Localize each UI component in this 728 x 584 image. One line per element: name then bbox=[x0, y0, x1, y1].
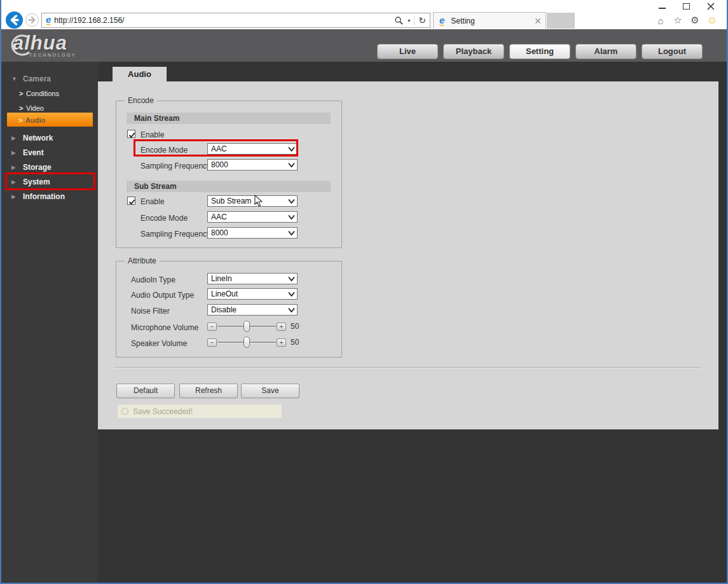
close-icon bbox=[706, 3, 715, 11]
check-icon bbox=[128, 131, 136, 139]
caret-right-icon: ▶ bbox=[11, 146, 19, 160]
nav-live-button[interactable]: Live bbox=[377, 44, 438, 59]
sidebar-item-conditions[interactable]: >Conditions bbox=[1, 85, 98, 100]
window-controls bbox=[658, 3, 715, 10]
sidebar-item-system[interactable]: ▶System bbox=[1, 174, 98, 188]
main-encode-mode-select[interactable]: AAC bbox=[207, 143, 298, 155]
main-enable-checkbox[interactable] bbox=[127, 130, 135, 138]
smiley-feedback-icon[interactable]: ☺ bbox=[706, 15, 718, 26]
main-stream-header: Main Stream bbox=[127, 113, 331, 124]
favorites-star-icon[interactable]: ☆ bbox=[672, 15, 683, 26]
mouse-cursor bbox=[254, 195, 264, 207]
audio-settings-panel: Encode Main Stream Enable Encode Mode AA… bbox=[98, 81, 718, 429]
tab-close-icon[interactable] bbox=[535, 18, 541, 24]
sidebar-item-camera[interactable]: ▼Camera bbox=[1, 71, 98, 85]
minimize-button[interactable] bbox=[658, 3, 667, 10]
plus-button[interactable]: + bbox=[277, 338, 286, 347]
ie-page-icon: e bbox=[46, 15, 51, 25]
save-succeeded-toast: Save Succeeded! bbox=[118, 405, 282, 418]
refresh-button[interactable]: Refresh bbox=[179, 384, 238, 398]
search-dropdown-icon[interactable]: ▾ bbox=[408, 18, 410, 24]
back-button[interactable] bbox=[6, 11, 23, 29]
search-icon[interactable] bbox=[394, 16, 404, 25]
sub-enable-label: Enable bbox=[141, 196, 164, 207]
main-nav: Live Playback Setting Alarm Logout bbox=[377, 44, 703, 59]
slider-thumb[interactable] bbox=[244, 321, 250, 332]
new-tab-button[interactable] bbox=[547, 13, 575, 29]
browser-window: e http://192.168.2.156/ ▾ ↻ e Setting ⌂ … bbox=[0, 0, 728, 584]
microphone-volume-value: 50 bbox=[291, 321, 299, 332]
settings-sidebar: ▼Camera >Conditions >Video >Audio ▶Netwo… bbox=[1, 62, 98, 583]
minus-button[interactable]: − bbox=[207, 323, 217, 331]
caret-right-icon: ▶ bbox=[11, 190, 19, 204]
chevron-down-icon bbox=[287, 198, 296, 205]
plus-button[interactable]: + bbox=[277, 323, 286, 331]
address-bar[interactable]: e http://192.168.2.156/ ▾ ↻ bbox=[41, 13, 430, 28]
chevron-right-icon: > bbox=[19, 87, 26, 101]
slider-thumb[interactable] bbox=[244, 337, 250, 348]
chevron-down-icon bbox=[287, 214, 296, 221]
forward-arrow-icon bbox=[26, 14, 38, 26]
sub-encode-mode-label: Encode Mode bbox=[141, 212, 188, 224]
sidebar-item-network[interactable]: ▶Network bbox=[1, 130, 98, 144]
sub-stream-select[interactable]: Sub Stream 1 bbox=[207, 195, 298, 207]
back-arrow-icon bbox=[6, 11, 23, 29]
chevron-down-icon bbox=[287, 146, 296, 153]
browser-tab-setting[interactable]: e Setting bbox=[433, 12, 546, 29]
audioin-type-label: AudioIn Type bbox=[131, 274, 175, 286]
slider-track[interactable] bbox=[217, 342, 276, 344]
attribute-groupbox: Attribute AudioIn Type LineIn Audio Outp… bbox=[116, 261, 342, 358]
divider bbox=[114, 367, 701, 368]
sidebar-item-information[interactable]: ▶Information bbox=[1, 188, 98, 203]
ie-tab-icon: e bbox=[439, 16, 444, 26]
gear-icon[interactable]: ⚙ bbox=[689, 15, 701, 26]
sidebar-item-storage[interactable]: ▶Storage bbox=[1, 159, 98, 174]
maximize-icon bbox=[683, 3, 690, 10]
nav-playback-button[interactable]: Playback bbox=[443, 44, 504, 59]
chevron-down-icon bbox=[287, 291, 296, 298]
main-sampling-label: Sampling Frequency bbox=[141, 160, 210, 172]
audioin-type-select[interactable]: LineIn bbox=[207, 273, 298, 284]
nav-setting-button[interactable]: Setting bbox=[509, 44, 570, 59]
save-button[interactable]: Save bbox=[241, 384, 299, 398]
home-icon[interactable]: ⌂ bbox=[655, 15, 666, 26]
audio-output-type-select[interactable]: LineOut bbox=[207, 288, 298, 300]
microphone-volume-slider[interactable]: − + bbox=[207, 321, 286, 332]
sub-enable-checkbox[interactable] bbox=[127, 197, 135, 205]
noise-filter-select[interactable]: Disable bbox=[207, 304, 298, 316]
sidebar-item-event[interactable]: ▶Event bbox=[1, 144, 98, 159]
main-sampling-select[interactable]: 8000 bbox=[207, 159, 298, 170]
microphone-volume-label: Microphone Volume bbox=[131, 322, 198, 333]
dahua-logo: alhua TECHNOLOGY bbox=[10, 32, 76, 57]
nav-alarm-button[interactable]: Alarm bbox=[575, 44, 636, 59]
speaker-volume-slider[interactable]: − + bbox=[207, 337, 286, 348]
maximize-button[interactable] bbox=[682, 3, 691, 10]
check-icon bbox=[128, 198, 136, 206]
attribute-legend: Attribute bbox=[125, 256, 160, 265]
sub-stream-header: Sub Stream bbox=[127, 181, 331, 192]
refresh-page-icon[interactable]: ↻ bbox=[418, 15, 426, 25]
url-text[interactable]: http://192.168.2.156/ bbox=[54, 16, 394, 25]
chevron-down-icon bbox=[287, 275, 296, 282]
sub-encode-mode-select[interactable]: AAC bbox=[207, 211, 298, 223]
encode-groupbox: Encode Main Stream Enable Encode Mode AA… bbox=[116, 101, 342, 248]
nav-logout-button[interactable]: Logout bbox=[642, 44, 703, 59]
browser-chrome: e http://192.168.2.156/ ▾ ↻ e Setting ⌂ … bbox=[1, 0, 727, 29]
chevron-down-icon bbox=[287, 162, 296, 169]
caret-right-icon: ▶ bbox=[11, 160, 19, 175]
app-header: alhua TECHNOLOGY Live Playback Setting A… bbox=[1, 29, 727, 62]
default-button[interactable]: Default bbox=[116, 384, 175, 398]
speaker-volume-label: Speaker Volume bbox=[131, 338, 187, 349]
minus-button[interactable]: − bbox=[207, 338, 217, 347]
close-button[interactable] bbox=[706, 3, 715, 10]
main-encode-mode-label: Encode Mode bbox=[141, 144, 188, 156]
tab-audio[interactable]: Audio bbox=[113, 67, 167, 81]
forward-button[interactable] bbox=[25, 13, 39, 27]
slider-track[interactable] bbox=[217, 326, 276, 328]
caret-down-icon: ▼ bbox=[11, 72, 19, 87]
sub-sampling-label: Sampling Frequency bbox=[141, 228, 210, 240]
sidebar-item-audio[interactable]: >Audio bbox=[7, 113, 93, 127]
sub-sampling-select[interactable]: 8000 bbox=[207, 227, 298, 239]
noise-filter-label: Noise Filter bbox=[131, 305, 170, 317]
toast-text: Save Succeeded! bbox=[133, 407, 193, 416]
